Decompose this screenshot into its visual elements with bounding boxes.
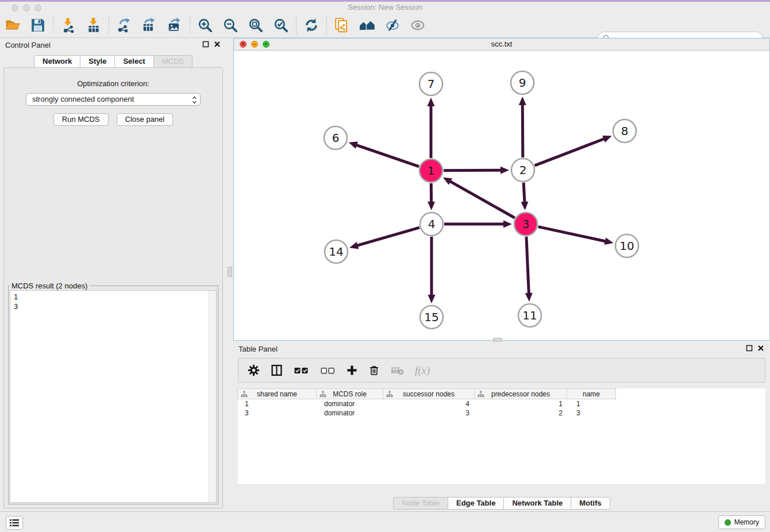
graph-edge-4-14[interactable] — [357, 228, 419, 246]
run-mcds-button[interactable]: Run MCDS — [53, 113, 109, 126]
export-image-button[interactable] — [162, 14, 187, 36]
column-selector-button[interactable] — [271, 364, 283, 376]
graph-edge-3-11[interactable] — [526, 237, 529, 294]
hierarchy-icon — [319, 391, 326, 398]
function-builder-button[interactable]: f(x) — [415, 364, 430, 377]
open-file-button[interactable] — [0, 14, 25, 36]
graph-node-label: 6 — [332, 131, 340, 145]
tab-style[interactable]: Style — [80, 55, 115, 68]
tab-edge-table[interactable]: Edge Table — [448, 497, 504, 510]
table-cell: 3 — [569, 408, 619, 418]
columns-icon — [271, 364, 283, 376]
column-header-shared-name[interactable]: shared name — [237, 388, 317, 399]
float-panel-icon[interactable] — [202, 41, 209, 48]
settings-gear-button[interactable] — [248, 364, 260, 376]
export-network-button[interactable] — [111, 14, 137, 36]
graph-node-label: 10 — [619, 239, 634, 253]
table-cell: 1 — [476, 399, 569, 408]
mcds-result-list: 13 — [10, 291, 216, 313]
network-graph: 1234678910111415 — [234, 51, 769, 340]
zoom-fit-button[interactable] — [243, 14, 268, 36]
graph-arrowhead — [349, 142, 358, 149]
table-row[interactable]: 1dominator411 — [238, 399, 765, 408]
float-panel-icon[interactable] — [746, 345, 753, 352]
graph-edge-1-2[interactable] — [444, 170, 502, 171]
tab-network[interactable]: Network — [34, 55, 80, 68]
add-row-button[interactable] — [346, 365, 357, 376]
deselect-all-button[interactable] — [320, 367, 336, 375]
column-label: MCDS role — [333, 390, 367, 398]
mcds-result-scrollbar[interactable] — [209, 291, 216, 502]
mcds-result-item: 3 — [14, 302, 213, 311]
mcds-panel: Optimization criterion: strongly connect… — [3, 67, 223, 508]
eye-icon — [410, 17, 426, 33]
main-toolbar — [0, 13, 770, 38]
export-image-icon — [167, 17, 183, 33]
column-header-predecessor-nodes[interactable]: predecessor nodes — [474, 388, 567, 399]
hide-selected-button[interactable] — [380, 14, 405, 36]
graph-node-label: 8 — [621, 124, 629, 138]
graph-edge-3-10[interactable] — [538, 227, 606, 242]
graph-edge-1-6[interactable] — [356, 145, 419, 167]
graph-node-label: 3 — [522, 217, 530, 231]
hierarchy-icon — [241, 391, 248, 398]
zoom-in-button[interactable] — [192, 14, 218, 36]
table-row[interactable]: 3dominator323 — [238, 408, 765, 418]
unchecked-boxes-icon — [320, 367, 336, 375]
graph-edge-2-9[interactable] — [522, 104, 523, 157]
memory-button[interactable]: Memory — [718, 515, 765, 529]
show-all-button[interactable] — [405, 14, 430, 36]
column-header-successor-nodes[interactable]: successor nodes — [383, 388, 475, 399]
close-panel-button[interactable]: Close panel — [117, 113, 174, 126]
plus-icon — [346, 365, 357, 376]
network-window-titlebar[interactable]: ✕ − + scc.txt — [234, 38, 769, 51]
column-header-name[interactable]: name — [567, 388, 616, 399]
graph-edge-2-3[interactable] — [523, 183, 525, 203]
tab-select[interactable]: Select — [114, 55, 153, 68]
tab-network-table[interactable]: Network Table — [503, 497, 571, 510]
close-panel-icon[interactable] — [214, 41, 221, 48]
import-table-button[interactable] — [81, 14, 106, 36]
import-network-button[interactable] — [56, 14, 81, 36]
import-network-icon — [60, 17, 76, 33]
graph-node-label: 2 — [519, 163, 527, 177]
table-cell: 4 — [384, 399, 476, 408]
eye-slash-icon — [384, 17, 401, 33]
tab-node-table[interactable]: Node Table — [393, 497, 448, 510]
column-header-MCDS-role[interactable]: MCDS role — [316, 388, 383, 399]
horizontal-splitter-grip[interactable] — [493, 338, 502, 342]
mcds-result-item: 1 — [14, 292, 213, 302]
window-title-bar: Session: New Session — [0, 0, 770, 13]
graph-node-label: 11 — [522, 309, 537, 322]
export-table-button[interactable] — [137, 14, 162, 36]
toolbar-separator — [294, 16, 299, 34]
table-panel-tabs: Node Table Edge Table Network Table Moti… — [233, 497, 770, 510]
zoom-out-button[interactable] — [218, 14, 243, 36]
tab-motifs[interactable]: Motifs — [571, 497, 610, 510]
table-cell: dominator — [317, 408, 384, 418]
graph-arrowhead — [428, 98, 435, 106]
clone-network-button[interactable] — [329, 14, 355, 36]
graph-arrowhead — [428, 295, 436, 303]
graph-edge-2-8[interactable] — [535, 138, 605, 165]
graph-arrowhead — [602, 136, 611, 142]
vertical-splitter-grip[interactable] — [228, 267, 232, 277]
hierarchy-icon — [478, 391, 484, 398]
criterion-dropdown[interactable]: strongly connected component — [26, 93, 201, 106]
close-panel-icon[interactable] — [757, 345, 764, 352]
panel-menu-button[interactable] — [6, 516, 23, 530]
memory-status-dot — [725, 519, 731, 526]
network-canvas[interactable]: 1234678910111415 — [234, 51, 769, 340]
refresh-button[interactable] — [299, 14, 324, 36]
tab-mcds[interactable]: MCDS — [153, 55, 192, 68]
zoom-selected-button[interactable] — [268, 14, 294, 36]
window-title: Session: New Session — [0, 3, 770, 11]
delete-table-button[interactable] — [391, 365, 404, 375]
first-neighbors-button[interactable] — [355, 14, 380, 36]
save-session-button[interactable] — [25, 14, 51, 36]
graph-node-label: 4 — [428, 217, 436, 231]
select-all-button[interactable] — [294, 367, 309, 375]
graph-edge-3-1[interactable] — [449, 181, 515, 218]
graph-arrowhead — [349, 242, 359, 249]
delete-row-button[interactable] — [368, 364, 380, 376]
